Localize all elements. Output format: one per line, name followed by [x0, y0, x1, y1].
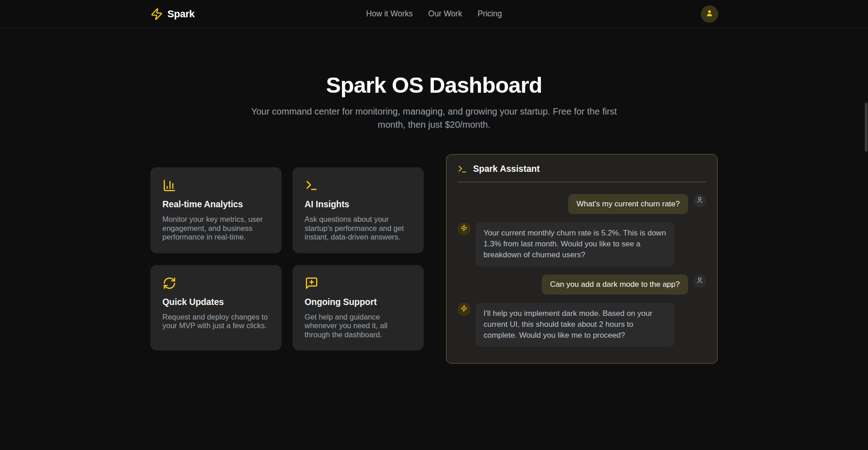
zap-icon	[461, 225, 467, 233]
main-content: Real-time Analytics Monitor your key met…	[150, 154, 718, 364]
feature-description: Request and deploy changes to your MVP w…	[163, 313, 269, 330]
message-square-plus-icon	[305, 276, 412, 290]
assistant-avatar	[457, 303, 471, 316]
feature-title: Ongoing Support	[305, 297, 412, 307]
chat-message-assistant: Your current monthly churn rate is 5.2%.…	[457, 222, 706, 266]
chart-column-icon	[163, 179, 269, 192]
assistant-avatar	[457, 222, 471, 235]
feature-title: Real-time Analytics	[163, 199, 269, 210]
terminal-icon	[457, 164, 467, 174]
user-icon	[696, 276, 704, 286]
brand-name: Spark	[168, 8, 195, 20]
feature-card-quick-updates: Quick Updates Request and deploy changes…	[150, 265, 282, 351]
user-bubble: What's my current churn rate?	[568, 194, 688, 214]
nav-links: How it Works Our Work Pricing	[366, 9, 502, 19]
navbar: Spark How it Works Our Work Pricing	[0, 0, 868, 28]
feature-card-ai-insights: AI Insights Ask questions about your sta…	[293, 167, 424, 253]
user-icon	[696, 196, 704, 205]
chat-message-user: What's my current churn rate?	[457, 194, 706, 214]
feature-card-ongoing-support: Ongoing Support Get help and guidance wh…	[293, 265, 424, 351]
hero-section: Spark OS Dashboard Your command center f…	[0, 72, 868, 131]
assistant-panel-header: Spark Assistant	[457, 164, 706, 182]
nav-link-pricing[interactable]: Pricing	[477, 9, 502, 19]
user-avatar	[693, 275, 706, 288]
user-icon	[705, 9, 714, 19]
scrollbar-thumb[interactable]	[865, 103, 868, 152]
chat-messages: What's my current churn rate? Your curre…	[457, 194, 706, 347]
feature-title: Quick Updates	[163, 297, 269, 307]
brand[interactable]: Spark	[150, 8, 195, 20]
chat-message-user: Can you add a dark mode to the app?	[457, 275, 706, 295]
feature-description: Ask questions about your startup's perfo…	[305, 215, 412, 242]
assistant-panel: Spark Assistant What's my current churn …	[446, 154, 718, 364]
page-title: Spark OS Dashboard	[0, 72, 868, 98]
zap-icon	[150, 8, 163, 20]
assistant-bubble: Your current monthly churn rate is 5.2%.…	[476, 222, 675, 266]
page-subtitle: Your command center for monitoring, mana…	[239, 105, 630, 131]
user-avatar	[693, 194, 706, 207]
avatar-button[interactable]	[701, 5, 718, 23]
nav-link-how-it-works[interactable]: How it Works	[366, 9, 413, 19]
assistant-bubble: I'll help you implement dark mode. Based…	[476, 303, 675, 347]
feature-title: AI Insights	[305, 199, 412, 210]
zap-icon	[461, 305, 467, 314]
assistant-panel-title: Spark Assistant	[473, 164, 540, 174]
refresh-icon	[163, 276, 269, 290]
chat-message-assistant: I'll help you implement dark mode. Based…	[457, 303, 706, 347]
nav-link-our-work[interactable]: Our Work	[428, 9, 462, 19]
features-grid: Real-time Analytics Monitor your key met…	[150, 167, 424, 350]
feature-description: Get help and guidance whenever you need …	[305, 313, 412, 340]
feature-card-realtime-analytics: Real-time Analytics Monitor your key met…	[150, 167, 282, 253]
feature-description: Monitor your key metrics, user engagemen…	[163, 215, 269, 242]
user-bubble: Can you add a dark mode to the app?	[542, 275, 688, 295]
terminal-icon	[305, 179, 412, 192]
